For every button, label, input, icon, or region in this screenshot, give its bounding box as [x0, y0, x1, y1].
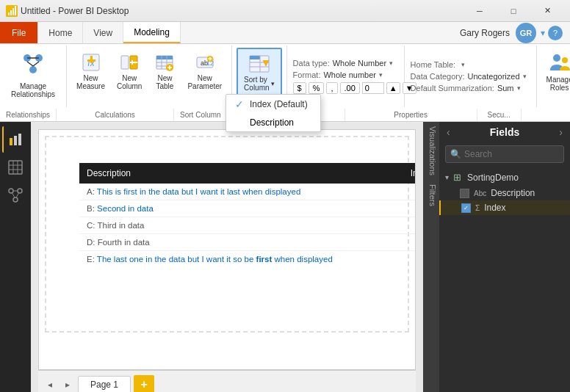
- new-column-button[interactable]: NewColumn: [112, 49, 147, 93]
- summarization-value[interactable]: Sum: [497, 84, 514, 92]
- user-dropdown-icon[interactable]: ▾: [541, 28, 545, 38]
- index-field-item[interactable]: ✓ Σ Index: [439, 200, 570, 215]
- format-number-input[interactable]: [362, 82, 384, 94]
- canvas-area: Description Index A: This is first in th…: [31, 122, 423, 392]
- row5-link-end: when displayed: [272, 255, 332, 264]
- data-category-dropdown-icon[interactable]: ▾: [523, 73, 527, 80]
- row4-index: 3: [395, 234, 416, 251]
- new-column-label: NewColumn: [117, 74, 142, 90]
- minimize-button[interactable]: ─: [463, 0, 497, 22]
- sort-dropdown-arrow: ▾: [271, 80, 275, 87]
- table-row[interactable]: B: Second in data 4: [79, 200, 416, 217]
- row1-description: A: This is first in the data but I want …: [79, 184, 395, 200]
- svg-rect-41: [10, 138, 12, 145]
- manage-roles-button[interactable]: ManageRoles: [541, 48, 570, 95]
- description-field-item[interactable]: Abc Description: [439, 186, 570, 200]
- table-row[interactable]: E: The last one in the data but I want i…: [79, 251, 416, 268]
- svg-rect-42: [14, 136, 17, 145]
- row5-description: E: The last one in the data but I want i…: [79, 251, 395, 268]
- data-category-value[interactable]: Uncategorized: [468, 72, 520, 81]
- description-checkbox[interactable]: [460, 189, 469, 198]
- fields-panel: ‹ Fields › 🔍 ▾ ⊞ SortingDemo Abc: [439, 122, 570, 392]
- new-measure-icon: fx: [81, 52, 101, 73]
- main-area: Description Index A: This is first in th…: [0, 122, 570, 392]
- search-icon: 🔍: [450, 149, 461, 159]
- page-next-button[interactable]: ▸: [60, 377, 75, 392]
- comma-button[interactable]: ,: [326, 82, 337, 94]
- dropdown-item-description[interactable]: Description: [226, 114, 320, 131]
- close-button[interactable]: ✕: [530, 0, 564, 22]
- panel-left-arrow[interactable]: ‹: [447, 126, 450, 138]
- table-row[interactable]: A: This is first in the data but I want …: [79, 184, 416, 200]
- visualizations-label[interactable]: Visualizations: [423, 122, 439, 180]
- panel-right-arrow[interactable]: ›: [559, 126, 563, 138]
- increment-button[interactable]: ▲: [386, 82, 400, 94]
- table-icon: ⊞: [453, 172, 461, 183]
- tab-modeling[interactable]: Modeling: [123, 22, 181, 43]
- new-measure-button[interactable]: fx NewMeasure: [71, 49, 110, 93]
- description-field-name: Description: [491, 188, 535, 198]
- svg-point-49: [9, 189, 13, 193]
- format-value[interactable]: Whole number: [323, 70, 376, 79]
- tab-file[interactable]: File: [0, 22, 38, 43]
- fields-search-input[interactable]: [464, 149, 559, 159]
- sidebar-icon-report[interactable]: [2, 126, 29, 153]
- new-parameter-label: NewParameter: [187, 74, 222, 90]
- home-table-dropdown-icon[interactable]: ▾: [461, 61, 465, 68]
- col-description-header: Description: [79, 163, 395, 184]
- new-parameter-icon: ab 12: [195, 52, 215, 73]
- svg-rect-3: [12, 8, 14, 15]
- new-parameter-button[interactable]: ab 12 NewParameter: [182, 49, 227, 93]
- currency-button[interactable]: $: [293, 82, 306, 94]
- new-column-icon: [119, 52, 140, 73]
- table-row[interactable]: C: Third in data 2: [79, 217, 416, 234]
- index-checkbox[interactable]: ✓: [461, 203, 471, 213]
- maximize-button[interactable]: □: [497, 0, 530, 22]
- home-table-label: Home Table:: [411, 60, 456, 69]
- fields-search-box[interactable]: 🔍: [445, 145, 564, 163]
- tab-view[interactable]: View: [83, 22, 123, 43]
- row5-link-text: The last one in the data but I want it s…: [97, 255, 256, 264]
- security-section-label: Secu...: [477, 109, 522, 121]
- manage-roles-icon: [548, 51, 570, 74]
- page-1-tab[interactable]: Page 1: [78, 376, 131, 393]
- title-bar-left: Untitled - Power BI Desktop: [6, 5, 129, 17]
- data-type-dropdown-icon[interactable]: ▾: [389, 59, 393, 67]
- row5-link-bold: first: [256, 255, 273, 264]
- help-icon[interactable]: ?: [548, 26, 563, 40]
- svg-rect-20: [156, 56, 173, 59]
- filters-label[interactable]: Filters: [423, 180, 439, 211]
- sorting-demo-group-header[interactable]: ▾ ⊞ SortingDemo: [439, 169, 570, 186]
- summarization-dropdown-icon[interactable]: ▾: [517, 84, 521, 92]
- decimal-button[interactable]: .00: [340, 82, 360, 94]
- left-sidebar: [0, 122, 31, 392]
- new-table-button[interactable]: NewTable: [148, 49, 181, 93]
- sort-by-column-button[interactable]: Sort byColumn ▾: [237, 48, 281, 96]
- svg-point-7: [29, 66, 37, 73]
- data-type-value[interactable]: Whole Number: [333, 59, 386, 68]
- svg-rect-15: [121, 56, 129, 69]
- svg-rect-4: [15, 6, 16, 15]
- sort-column-label: Sort byColumn: [244, 76, 269, 92]
- row2-description: B: Second in data: [79, 200, 395, 217]
- canvas[interactable]: Description Index A: This is first in th…: [38, 129, 416, 370]
- svg-point-50: [18, 189, 22, 193]
- add-page-button[interactable]: +: [134, 375, 154, 393]
- format-dropdown-icon[interactable]: ▾: [379, 71, 383, 79]
- row2-index: 4: [395, 200, 416, 217]
- table-row[interactable]: D: Fourth in data 3: [79, 234, 416, 251]
- sidebar-icon-model[interactable]: [2, 182, 29, 208]
- row3-description: C: Third in data: [79, 217, 395, 234]
- dropdown-item-index[interactable]: ✓ Index (Default): [226, 95, 320, 114]
- page-tabs: ◂ ▸ Page 1 +: [38, 370, 416, 392]
- row2-link-text: Second in data: [97, 204, 154, 213]
- svg-rect-2: [10, 10, 12, 15]
- page-prev-button[interactable]: ◂: [43, 377, 57, 392]
- sort-dropdown-menu: ✓ Index (Default) Description: [226, 94, 321, 132]
- tab-home[interactable]: Home: [38, 22, 83, 43]
- svg-rect-35: [250, 56, 260, 59]
- manage-relationships-button[interactable]: ManageRelationships: [6, 48, 60, 105]
- percent-button[interactable]: %: [309, 82, 325, 94]
- sidebar-icon-data[interactable]: [2, 154, 29, 181]
- svg-rect-43: [18, 134, 21, 145]
